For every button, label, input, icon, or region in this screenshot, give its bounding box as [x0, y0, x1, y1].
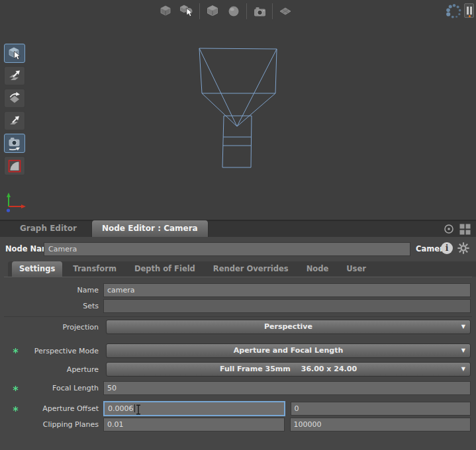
render-region-tool-icon[interactable]	[4, 156, 25, 175]
aperture-row: Aperture Full Frame 35mm36.00 x 24.00 ▼	[4, 362, 472, 377]
node-name-value: Camera	[48, 245, 77, 253]
focal-length-label: Focal Length	[4, 384, 103, 392]
tab-node[interactable]: Node	[299, 261, 336, 277]
node-editor-panel: Node Name Camera Camera Settings	[0, 237, 476, 450]
node-name-row: Node Name Camera Camera	[0, 241, 476, 257]
perspective-mode-dropdown[interactable]: Aperture and Focal Length ▼	[106, 343, 471, 358]
plane-icon[interactable]	[277, 3, 294, 20]
rotate-tool-icon[interactable]	[4, 89, 25, 108]
modified-indicator-icon	[13, 385, 19, 391]
focal-length-value: 50	[107, 384, 117, 392]
ibeam-cursor-icon	[135, 404, 142, 415]
editor-tab-bar: Graph Editor Node Editor : Camera	[0, 220, 476, 237]
projection-dropdown[interactable]: Perspective ▼	[106, 320, 471, 334]
perspective-mode-row: Perspective Mode Aperture and Focal Leng…	[4, 343, 472, 358]
clipping-near-input[interactable]: 0.01	[103, 418, 285, 431]
loading-spinner-icon	[444, 1, 463, 24]
toolbar-separator	[272, 3, 273, 19]
clipping-far-value: 100000	[294, 420, 322, 429]
modified-indicator-icon	[13, 348, 19, 354]
tab-user[interactable]: User	[339, 261, 373, 277]
projection-row: Projection Perspective ▼	[4, 320, 472, 334]
clipping-far-input[interactable]: 100000	[290, 418, 471, 431]
axis-gizmo-icon	[4, 191, 34, 214]
clipping-planes-row: Clipping Planes 0.01 100000	[4, 418, 472, 431]
name-value: camera	[107, 286, 135, 294]
aperture-format-value: Full Frame 35mm	[220, 365, 291, 373]
name-input[interactable]: camera	[103, 283, 471, 297]
scale-tool-icon[interactable]	[4, 111, 25, 130]
scene-cube-icon[interactable]	[157, 3, 174, 20]
aperture-offset-y-value: 0	[295, 404, 299, 413]
gear-icon[interactable]	[457, 242, 469, 254]
settings-content: Name camera Sets Projection Perspective …	[4, 277, 472, 450]
aperture-size-value: 36.00 x 24.00	[301, 365, 357, 373]
tab-render-overrides[interactable]: Render Overrides	[206, 261, 296, 277]
aperture-dropdown[interactable]: Full Frame 35mm36.00 x 24.00 ▼	[106, 362, 471, 377]
application-window: Graph Editor Node Editor : Camera Node N…	[0, 0, 476, 450]
perspective-mode-label: Perspective Mode	[4, 347, 103, 355]
geometry-cube-icon[interactable]	[204, 3, 221, 20]
sets-label: Sets	[4, 302, 103, 310]
sets-row: Sets	[4, 299, 472, 313]
name-row: Name camera	[4, 283, 472, 297]
aperture-offset-x-input[interactable]: 0.0006	[103, 401, 285, 416]
sphere-icon[interactable]	[225, 3, 242, 20]
info-icon[interactable]	[441, 242, 453, 254]
clipping-planes-label: Clipping Planes	[4, 420, 103, 429]
toolbar-separator	[199, 3, 200, 19]
tab-depth-of-field[interactable]: Depth of Field	[127, 261, 203, 277]
target-icon[interactable]	[443, 223, 455, 235]
chevron-down-icon: ▼	[461, 363, 465, 376]
tab-node-editor[interactable]: Node Editor : Camera	[91, 220, 209, 237]
modified-indicator-icon	[13, 406, 19, 412]
aperture-offset-y-input[interactable]: 0	[291, 402, 471, 416]
layout-grid-icon[interactable]	[459, 224, 471, 235]
chevron-down-icon: ▼	[461, 320, 465, 334]
chevron-down-icon: ▼	[461, 344, 465, 357]
settings-tab-bar: Settings Transform Depth of Field Render…	[8, 261, 476, 277]
clipping-near-value: 0.01	[107, 420, 124, 429]
projection-value: Perspective	[264, 322, 312, 331]
translate-tool-icon[interactable]	[4, 66, 25, 85]
perspective-mode-value: Aperture and Focal Length	[234, 346, 343, 355]
viewport-toolbar	[0, 1, 463, 21]
aperture-offset-row: Aperture Offset 0.0006 0	[4, 401, 472, 416]
focal-length-row: Focal Length 50	[4, 381, 472, 395]
node-name-input[interactable]: Camera	[44, 242, 410, 256]
record-dot	[469, 15, 471, 17]
camera-wireframe	[185, 40, 291, 172]
projection-label: Projection	[4, 323, 103, 332]
tool-sidebar	[4, 44, 25, 175]
tab-graph-editor[interactable]: Graph Editor	[12, 220, 85, 237]
select-tool-icon[interactable]	[4, 44, 25, 63]
sets-input[interactable]	[103, 299, 471, 313]
aperture-offset-label: Aperture Offset	[4, 404, 103, 413]
name-label: Name	[4, 286, 103, 294]
camera-icon[interactable]	[251, 3, 268, 20]
section-divider	[4, 316, 472, 317]
editor-header-icons	[443, 223, 471, 235]
select-items-icon[interactable]	[178, 3, 195, 20]
tab-transform[interactable]: Transform	[66, 261, 124, 277]
camera-navigation-tool-icon[interactable]	[4, 134, 25, 153]
3d-viewport[interactable]	[0, 0, 476, 220]
aperture-label: Aperture	[4, 365, 103, 374]
pause-icon[interactable]	[464, 3, 474, 18]
toolbar-separator	[246, 3, 247, 19]
tab-settings[interactable]: Settings	[12, 261, 62, 277]
aperture-offset-x-value: 0.0006	[108, 404, 134, 413]
focal-length-input[interactable]: 50	[103, 381, 471, 395]
